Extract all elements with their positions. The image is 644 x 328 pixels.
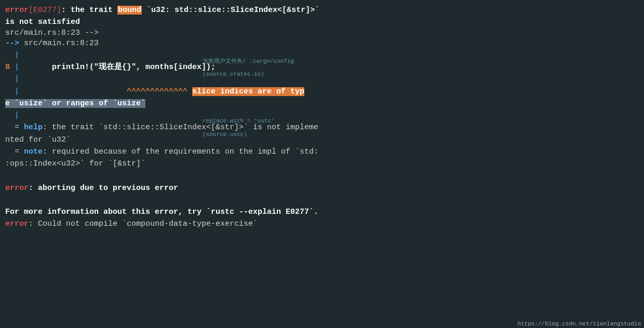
compile-error-label: error (5, 220, 29, 228)
pipe-line-2: | (5, 73, 639, 85)
note-line-1: = note: required because of the requirem… (5, 146, 639, 158)
compile-error-line: error: Could not compile `compound-data-… (5, 218, 639, 230)
help-text-1: : the trait `std::slice::SliceIndex<[&st… (43, 123, 318, 132)
note-text-1: : required because of the requirements o… (43, 147, 318, 156)
error-line-1: error[E0277]: the trait bound `u32: std:… (5, 4, 639, 16)
pipe-3: | (5, 87, 19, 96)
help-label: help (24, 123, 43, 132)
empty-line-1 (5, 170, 639, 182)
file-location: src/main.rs:8:23 (24, 39, 99, 48)
gray-message: e `usize` or ranges of `usize` (5, 99, 145, 108)
note-text-2: :ops::Index<u32>` for `[&str]` (5, 159, 145, 168)
error-label: error (5, 6, 29, 15)
caret-line-1: | ^^^^^^^^^^^^^ slice indices are of typ (5, 86, 639, 98)
help-line-2: nted for `u32` (5, 134, 639, 146)
abort-message: aborting due to previous error (38, 184, 178, 193)
pipe-line-1: | (5, 49, 639, 61)
abort-colon: : (29, 184, 38, 193)
caret-wrap-block: | ^^^^^^^^^^^^^ slice indices are of typ… (5, 86, 639, 110)
code-content: println!("现在是{}", months[index]); (52, 63, 216, 72)
error-code: [E0277] (29, 6, 61, 15)
url-bar: https://blog.csdn.net/tianlangstudio (514, 320, 644, 328)
arrow-line: --> src/main.rs:8:23 (5, 37, 639, 49)
caret-marks: ^^^^^^^^^^^^^ (19, 87, 192, 96)
more-info-line: For more information about this error, t… (5, 206, 639, 218)
pipe-2: | (10, 63, 52, 72)
terminal: error[E0277]: the trait bound `u32: std:… (0, 0, 644, 328)
compile-error-message: : Could not compile `compound-data-type-… (29, 220, 258, 228)
help-line-1: = help: the trait `std::slice::SliceInde… (5, 121, 639, 133)
pipe-line-3: | (5, 110, 639, 121)
caret-line-2: e `usize` or ranges of `usize` (5, 98, 639, 110)
note-label: note (24, 147, 43, 156)
error-line-2: is not satisfied (5, 16, 639, 28)
arrow: --> (5, 39, 24, 48)
orange-message: slice indices are of typ (192, 87, 304, 96)
url-text: https://blog.csdn.net/tianlangstudio (517, 321, 641, 327)
abort-error-line: error: aborting due to previous error (5, 182, 639, 194)
abort-error-label: error (5, 184, 29, 193)
empty-line-2 (5, 194, 639, 206)
help-text-2: nted for `u32` (5, 135, 71, 144)
note-equals: = (5, 147, 24, 156)
line-number: 8 (5, 63, 10, 72)
error-message-1: : the trait bound `u32: std::slice::Slic… (61, 6, 319, 15)
code-line: 8 | println!("现在是{}", months[index]); (5, 61, 639, 73)
help-equals: = (5, 123, 24, 132)
note-line-2: :ops::Index<u32>` for `[&str]` (5, 158, 639, 170)
